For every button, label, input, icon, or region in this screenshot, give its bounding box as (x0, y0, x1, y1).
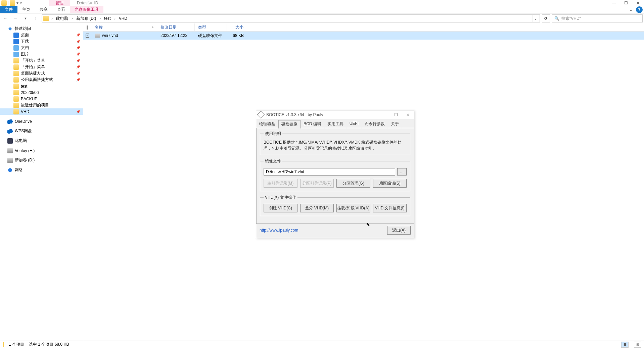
search-placeholder: 搜索"VHD" (561, 16, 581, 21)
dialog-titlebar[interactable]: BOOTICE v1.3.3 x64 - by Pauly — ☐ ✕ (256, 110, 414, 119)
breadcrumb[interactable]: 新加卷 (D:) (74, 15, 98, 22)
ribbon-collapse-icon[interactable]: ⌄ (627, 6, 635, 13)
navigation-bar: ← → ▼ ↑ › 此电脑 › 新加卷 (D:) › test › VHD ⌄ … (0, 13, 644, 23)
folder-icon[interactable] (10, 0, 15, 6)
column-type[interactable]: 类型 (195, 23, 227, 31)
tree-drive-d[interactable]: 新加卷 (D:) (0, 157, 83, 163)
cloud-icon (7, 129, 13, 134)
tree-wps[interactable]: WPS网盘 (0, 128, 83, 134)
address-bar[interactable]: › 此电脑 › 新加卷 (D:) › test › VHD ⌄ (42, 14, 540, 22)
dialog-tab-cli[interactable]: 命令行参数 (362, 120, 388, 128)
browse-button[interactable]: ... (397, 168, 407, 176)
chevron-right-icon[interactable]: › (51, 16, 53, 21)
ribbon-tab-disc-image-tools[interactable]: 光盘映像工具 (70, 6, 103, 13)
dialog-maximize-button[interactable]: ☐ (390, 110, 402, 119)
chevron-right-icon[interactable]: › (71, 16, 74, 21)
back-button[interactable]: ← (1, 14, 9, 22)
vhd-info-button[interactable]: VHD 文件信息(I) (373, 204, 407, 212)
ribbon-tab-home[interactable]: 主页 (17, 6, 35, 13)
address-dropdown-icon[interactable]: ⌄ (532, 15, 538, 22)
ribbon-tab-view[interactable]: 查看 (52, 6, 70, 13)
recent-locations-dropdown[interactable]: ▼ (21, 14, 30, 22)
close-button[interactable]: ✕ (632, 0, 644, 6)
sidebar-item[interactable]: 「开始」菜单📌 (0, 57, 83, 64)
pbr-button[interactable]: 分区引导记录(P) (300, 179, 334, 188)
disk-image-icon (95, 34, 100, 38)
file-name-cell[interactable]: win7.vhd (91, 32, 157, 40)
qat-overflow-icon[interactable]: ▿ (20, 1, 22, 5)
chevron-right-icon[interactable]: › (99, 16, 101, 21)
chevron-right-icon[interactable]: › (113, 16, 116, 21)
dialog-tab-disk-image[interactable]: 磁盘镜像 (278, 120, 301, 129)
diff-vhd-button[interactable]: 差分 VHD(M) (300, 204, 334, 212)
tree-label: 「开始」菜单 (21, 64, 45, 70)
image-path-input[interactable] (264, 168, 395, 176)
sidebar-item[interactable]: 桌面📌 (0, 32, 83, 38)
column-size[interactable]: 大小 (227, 23, 247, 31)
breadcrumb[interactable]: VHD (117, 15, 129, 22)
tree-network[interactable]: 网络 (0, 167, 83, 173)
sidebar-item[interactable]: VHD📌 (0, 108, 83, 115)
partition-mgmt-button[interactable]: 分区管理(G) (336, 179, 370, 188)
up-button[interactable]: ↑ (32, 14, 40, 22)
qat-dropdown-icon[interactable]: ▾ (16, 1, 18, 5)
folder-icon (13, 71, 19, 76)
file-date-cell: 2022/5/7 12:22 (157, 32, 195, 40)
dialog-tab-tools[interactable]: 实用工具 (324, 120, 347, 128)
create-vhd-button[interactable]: 创建 VHD(C) (264, 204, 297, 212)
dialog-tab-bcd-edit[interactable]: BCD 编辑 (301, 120, 324, 128)
breadcrumb[interactable]: 此电脑 (54, 15, 70, 22)
tree-label: test (21, 84, 27, 89)
ribbon-tab-file[interactable]: 文件 (0, 6, 17, 13)
sort-asc-icon: ▴ (152, 25, 153, 28)
homepage-link[interactable]: http://www.ipauly.com (260, 228, 298, 233)
forward-button[interactable]: → (11, 14, 19, 22)
sidebar-item[interactable]: 图片📌 (0, 51, 83, 57)
dialog-title: BOOTICE v1.3.3 x64 - by Pauly (266, 112, 323, 117)
large-icons-view-button[interactable]: ⊞ (634, 342, 641, 348)
search-box[interactable]: 🔍 搜索"VHD" (552, 14, 643, 22)
tree-quick-access[interactable]: 快速访问 (0, 26, 83, 32)
column-name[interactable]: 名称▴ (91, 23, 157, 31)
sidebar-item[interactable]: 下载📌 (0, 38, 83, 45)
maximize-button[interactable]: ☐ (620, 0, 632, 6)
dialog-close-button[interactable]: ✕ (402, 110, 414, 119)
pin-icon: 📌 (76, 40, 80, 43)
column-headers: 名称▴ 修改日期 类型 大小 (83, 23, 644, 32)
exit-button[interactable]: 退出(X) (387, 226, 411, 235)
pic-icon (13, 52, 19, 57)
sidebar-item[interactable]: BACKUP (0, 96, 83, 102)
tree-label: 快速访问 (15, 26, 31, 32)
breadcrumb[interactable]: test (102, 15, 112, 22)
mount-vhd-button[interactable]: 挂载/卸载 VHD(A) (336, 204, 370, 212)
file-row[interactable]: ✓ win7.vhd 2022/5/7 12:22 硬盘映像文件 68 KB (83, 32, 644, 40)
sector-edit-button[interactable]: 扇区编辑(S) (373, 179, 407, 188)
pin-icon: 📌 (76, 59, 80, 62)
dialog-tab-physical-disk[interactable]: 物理磁盘 (256, 120, 278, 128)
sidebar-item[interactable]: test (0, 83, 83, 89)
column-date[interactable]: 修改日期 (157, 23, 195, 31)
dialog-tab-about[interactable]: 关于 (388, 120, 402, 128)
sidebar-item[interactable]: 「开始」菜单📌 (0, 64, 83, 70)
sidebar-item[interactable]: 桌面快捷方式📌 (0, 70, 83, 77)
dialog-tab-uefi[interactable]: UEFI (347, 120, 362, 128)
tree-onedrive[interactable]: OneDrive (0, 118, 83, 125)
sidebar-item[interactable]: 文档📌 (0, 45, 83, 51)
select-all-checkbox[interactable] (83, 23, 91, 31)
help-icon[interactable]: ? (636, 6, 643, 13)
refresh-button[interactable]: ⟳ (542, 14, 550, 22)
tree-this-pc[interactable]: 此电脑 (0, 138, 83, 144)
details-view-button[interactable]: ☰ (621, 342, 629, 348)
dialog-minimize-button[interactable]: — (378, 110, 390, 119)
item-count: 1 个项目 (9, 342, 24, 347)
sidebar-item[interactable]: 最近使用的项目 (0, 102, 83, 108)
row-checkbox[interactable]: ✓ (83, 32, 91, 40)
tree-label: 新加卷 (D:) (15, 157, 35, 163)
cloud-icon (7, 119, 13, 124)
sidebar-item[interactable]: 20220506 (0, 89, 83, 96)
minimize-button[interactable]: — (608, 0, 620, 6)
mbr-button[interactable]: 主引导记录(M) (264, 179, 297, 188)
ribbon-tab-share[interactable]: 共享 (35, 6, 52, 13)
tree-drive-ventoy[interactable]: Ventoy (E:) (0, 147, 83, 154)
sidebar-item[interactable]: 公用桌面快捷方式📌 (0, 77, 83, 83)
